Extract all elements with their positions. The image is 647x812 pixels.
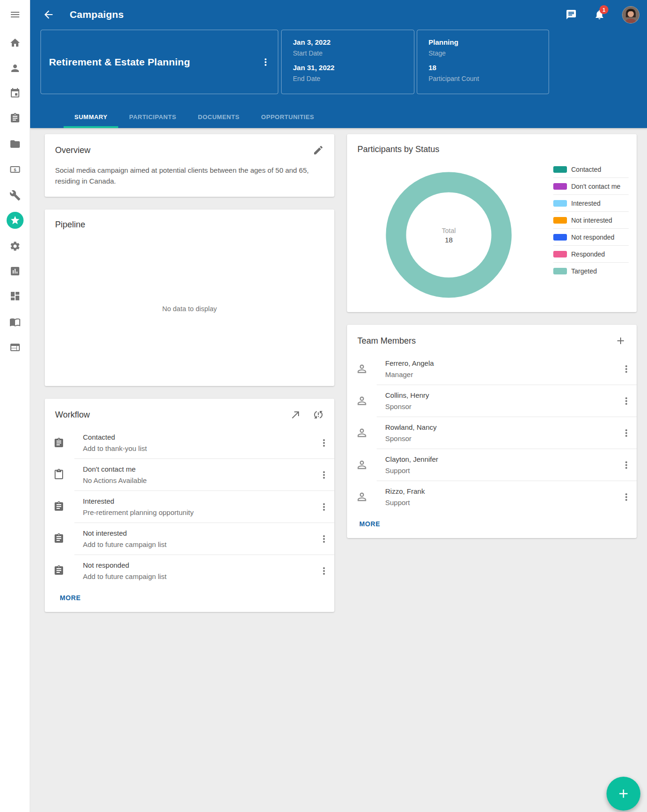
tools-icon[interactable] [9,190,21,201]
settings-icon[interactable] [9,241,21,252]
legend-item-not-responded[interactable]: Not responded [553,229,629,246]
row-menu-icon[interactable] [318,437,330,449]
workflow-action: Pre-retirement planning opportunity [83,508,318,516]
appbar: Campaigns 1 [30,0,647,29]
campaign-menu-icon[interactable] [260,56,271,68]
workflow-list: Contacted Add to thank-you list Don't co… [45,427,334,587]
tab-documents[interactable]: DOCUMENTS [187,107,250,128]
svg-text:$: $ [14,167,16,172]
workflow-status: Contacted [83,433,318,441]
workflow-action: No Actions Available [83,476,318,484]
start-date-label: Start Date [293,49,414,57]
legend-item-responded[interactable]: Responded [553,246,629,263]
sync-problem-icon[interactable] [313,409,324,420]
money-icon[interactable]: $ [9,164,21,175]
campaigns-star-icon[interactable] [7,212,24,229]
row-menu-icon[interactable] [318,533,330,545]
back-arrow-icon[interactable] [42,8,55,21]
overview-title: Overview [55,145,301,155]
open-workflow-arrow-icon[interactable] [290,409,301,420]
home-icon[interactable] [9,37,21,48]
contacts-icon[interactable] [9,63,21,74]
page-title: Campaigns [70,9,124,20]
team-members-more-button[interactable]: MORE [358,518,381,530]
stage-label: Stage [429,49,549,57]
workflow-row-dont-contact: Don't contact me No Actions Available [45,458,334,490]
workflow-status: Not responded [83,561,318,569]
assignment-icon [45,427,74,458]
calendar-icon[interactable] [9,88,21,99]
row-menu-icon[interactable] [621,459,632,471]
member-name[interactable]: Rizzo, Frank [385,487,621,495]
knowledge-book-icon[interactable] [9,316,21,328]
team-member-row: Ferrero, Angela Manager [347,353,637,385]
member-name[interactable]: Collins, Henry [385,391,621,399]
notifications-bell-icon[interactable]: 1 [594,9,605,20]
row-menu-icon[interactable] [318,565,330,577]
member-name[interactable]: Rowland, Nancy [385,423,621,431]
row-menu-icon[interactable] [621,427,632,439]
campaign-name-card: Retirement & Estate Planning [40,30,278,94]
legend-item-dont-contact-me[interactable]: Don't contact me [553,178,629,195]
assignment-icon [45,490,74,523]
tab-summary[interactable]: SUMMARY [64,107,118,128]
assignment-icon [45,555,74,587]
notifications-badge: 1 [599,5,608,14]
workflow-row-not-responded: Not responded Add to future campaign lis… [45,555,334,587]
clipboard-outline-icon [45,458,74,490]
campaign-dates-card: Jan 3, 2022 Start Date Jan 31, 2022 End … [281,30,414,94]
add-fab-button[interactable] [607,777,640,811]
workflow-more-button[interactable]: MORE [59,592,81,603]
workflow-status: Don't contact me [83,465,318,473]
person-outline-icon [347,353,377,385]
legend-item-interested[interactable]: Interested [553,195,629,212]
end-date-label: End Date [293,75,414,82]
pipeline-empty-message: No data to display [45,305,334,313]
legend-item-not-interested[interactable]: Not interested [553,212,629,229]
row-menu-icon[interactable] [621,491,632,503]
menu-icon[interactable] [9,9,21,20]
person-outline-icon [347,481,377,513]
status-donut-chart: Total 18 [385,171,512,298]
team-member-row: Rowland, Nancy Sponsor [347,417,637,449]
person-outline-icon [347,449,377,481]
end-date-value: Jan 31, 2022 [293,64,414,72]
tab-opportunities[interactable]: OPPORTUNITIES [251,107,325,128]
legend-item-targeted[interactable]: Targeted [553,263,629,280]
campaign-name: Retirement & Estate Planning [49,56,260,68]
legend-swatch [553,234,567,241]
edit-pencil-icon[interactable] [313,145,324,156]
person-outline-icon [347,417,377,449]
layout-notes-icon[interactable] [9,342,21,353]
row-menu-icon[interactable] [621,395,632,407]
tasks-icon[interactable] [9,113,21,124]
member-role: Support [385,466,621,474]
legend-swatch [553,200,567,207]
add-team-member-icon[interactable] [615,335,626,346]
plus-icon [616,787,631,801]
workflow-row-not-interested: Not interested Add to future campaign li… [45,523,334,555]
member-name[interactable]: Clayton, Jennifer [385,455,621,463]
pipeline-title: Pipeline [55,220,324,230]
overview-card: Overview Social media campaign aimed at … [45,134,334,197]
member-name[interactable]: Ferrero, Angela [385,359,621,367]
pipeline-card: Pipeline No data to display [45,209,334,386]
campaign-stage-card: Planning Stage 18 Participant Count [417,30,549,94]
legend-item-contacted[interactable]: Contacted [553,161,629,178]
user-avatar[interactable] [622,6,639,24]
main-content: Overview Social media campaign aimed at … [30,128,647,812]
row-menu-icon[interactable] [318,469,330,481]
stage-value: Planning [429,38,549,46]
dashboard-icon[interactable] [9,290,21,302]
chat-icon[interactable] [566,9,577,20]
row-menu-icon[interactable] [621,363,632,375]
workflow-row-interested: Interested Pre-retirement planning oppor… [45,490,334,523]
documents-folder-icon[interactable] [9,138,21,150]
member-role: Manager [385,370,621,378]
reports-icon[interactable] [9,265,21,277]
legend-swatch [553,268,567,274]
row-menu-icon[interactable] [318,501,330,513]
tab-participants[interactable]: PARTICIPANTS [118,107,187,128]
team-member-row: Clayton, Jennifer Support [347,449,637,481]
person-outline-icon [347,385,377,417]
